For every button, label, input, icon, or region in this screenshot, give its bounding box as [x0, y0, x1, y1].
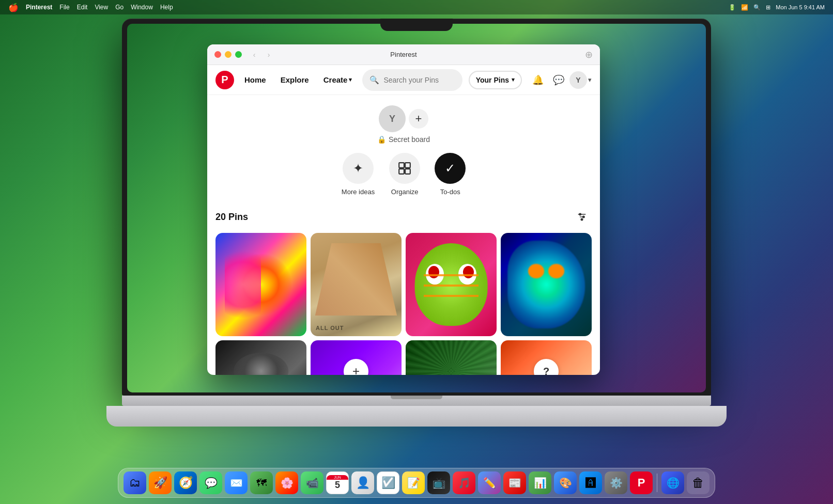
menubar-left: 🍎 Pinterest File Edit View Go Window Hel… [8, 3, 173, 12]
dock-item-mail[interactable]: ✉️ [225, 471, 248, 494]
messages-button[interactable]: 💬 [549, 70, 568, 90]
your-pins-button[interactable]: Your Pins ▾ [469, 71, 522, 89]
todos-label: To-dos [440, 188, 460, 196]
camera-notch [380, 19, 453, 31]
todos-action[interactable]: ✓ To-dos [435, 153, 466, 196]
dock-item-freeform[interactable]: ✏️ [478, 471, 501, 494]
board-name-text: Secret board [389, 135, 430, 144]
dock-item-news[interactable]: 📰 [503, 471, 526, 494]
nav-create-button[interactable]: Create ▾ [319, 72, 357, 87]
dock-item-systemprefs[interactable]: ⚙️ [605, 471, 627, 494]
organize-action[interactable]: Organize [389, 153, 420, 196]
board-user-avatar[interactable]: Y [379, 105, 406, 132]
dock-item-finder[interactable]: 🗂 [124, 471, 146, 494]
dock-item-appstore[interactable]: 🅰 [579, 471, 602, 494]
pin-item-4[interactable] [501, 233, 592, 336]
screen-bezel: ‹ › Pinterest ⊕ P Home Explore Create [122, 19, 711, 396]
app-name-menu[interactable]: Pinterest [26, 4, 52, 11]
search-icon: 🔍 [369, 75, 379, 85]
more-ideas-label: More ideas [342, 188, 375, 196]
help-menu[interactable]: Help [160, 4, 173, 11]
dock-item-reminders[interactable]: ☑️ [377, 471, 399, 494]
window-content: Y + 🔒 Secret board ✦ [207, 95, 600, 375]
dock-item-safari[interactable]: 🧭 [174, 471, 197, 494]
traffic-lights [214, 51, 242, 58]
nav-explore-link[interactable]: Explore [276, 72, 313, 87]
user-menu-button[interactable]: ▾ [588, 76, 592, 84]
svg-rect-1 [405, 163, 410, 168]
question-mark-button[interactable]: ? [534, 359, 559, 375]
more-ideas-circle: ✦ [343, 153, 374, 184]
trackpad-notch [391, 396, 442, 399]
laptop-chin [122, 396, 711, 406]
laptop-container: ‹ › Pinterest ⊕ P Home Explore Create [122, 19, 711, 427]
dock-item-messages[interactable]: 💬 [199, 471, 222, 494]
more-ideas-action[interactable]: ✦ More ideas [342, 153, 375, 196]
dock-item-tv[interactable]: 📺 [427, 471, 450, 494]
pins-header: 20 Pins [215, 207, 592, 227]
pin-item-8[interactable]: ? [501, 340, 592, 375]
svg-point-7 [579, 213, 581, 215]
pin-item-1[interactable] [215, 233, 306, 336]
dock-divider [657, 474, 657, 492]
dock-item-photos[interactable]: 🌸 [275, 471, 298, 494]
dock-item-launchpad[interactable]: 🚀 [149, 471, 172, 494]
pin-item-7[interactable] [406, 340, 497, 375]
minimize-button[interactable] [225, 51, 232, 58]
back-button[interactable]: ‹ [248, 49, 260, 61]
close-button[interactable] [214, 51, 221, 58]
view-menu[interactable]: View [95, 4, 108, 11]
laptop-base [106, 406, 727, 427]
filter-button[interactable] [572, 207, 592, 227]
dock-item-music[interactable]: 🎵 [453, 471, 475, 494]
todos-circle: ✓ [435, 153, 466, 184]
dock-item-pinterest[interactable]: P [630, 471, 653, 494]
file-menu[interactable]: File [59, 4, 69, 11]
apple-menu[interactable]: 🍎 [8, 3, 19, 12]
your-pins-chevron-icon: ▾ [512, 76, 515, 83]
dock-item-contacts[interactable]: 👤 [351, 471, 374, 494]
app-window: ‹ › Pinterest ⊕ P Home Explore Create [207, 44, 600, 375]
dock-item-trash[interactable]: 🗑 [687, 471, 709, 494]
svg-rect-0 [399, 163, 404, 168]
go-menu[interactable]: Go [115, 4, 124, 11]
board-add-button[interactable]: + [409, 109, 428, 129]
pin-item-2[interactable]: ALL OUT [311, 233, 402, 336]
window-nav-back: ‹ › [248, 49, 275, 61]
forward-button[interactable]: › [263, 49, 275, 61]
edit-menu[interactable]: Edit [77, 4, 88, 11]
dock-item-calendar[interactable]: JUN 5 [326, 471, 349, 494]
board-header: Y + 🔒 Secret board [207, 95, 600, 148]
maximize-button[interactable] [235, 51, 242, 58]
svg-point-8 [583, 216, 584, 217]
user-avatar[interactable]: Y [569, 71, 587, 89]
desktop: 🍎 Pinterest File Edit View Go Window Hel… [0, 0, 833, 504]
wifi-icon: 📶 [741, 4, 748, 11]
window-extra-button[interactable]: ⊕ [585, 49, 593, 60]
window-title: Pinterest [390, 51, 416, 58]
notifications-button[interactable]: 🔔 [528, 70, 548, 90]
pinterest-logo[interactable]: P [215, 71, 234, 89]
pin-item-6[interactable]: + [311, 340, 402, 375]
window-menu[interactable]: Window [131, 4, 153, 11]
action-buttons-row: ✦ More ideas [207, 148, 600, 204]
dock-item-notes[interactable]: 📝 [402, 471, 425, 494]
nav-home-link[interactable]: Home [240, 72, 270, 87]
dock-item-numbers[interactable]: 📊 [529, 471, 551, 494]
dock-item-focus[interactable]: 🌐 [661, 471, 684, 494]
dock-item-maps[interactable]: 🗺 [250, 471, 273, 494]
spotlight-icon[interactable]: 🔍 [753, 4, 761, 11]
search-bar[interactable]: 🔍 [362, 69, 462, 91]
screen-content: ‹ › Pinterest ⊕ P Home Explore Create [127, 24, 706, 392]
dock-item-keynote[interactable]: 🎨 [554, 471, 577, 494]
pin-item-3[interactable] [406, 233, 497, 336]
dock-item-facetime[interactable]: 📹 [301, 471, 323, 494]
pins-count: 20 Pins [215, 212, 248, 223]
add-pin-button[interactable]: + [344, 359, 368, 375]
pin-item-5[interactable] [215, 340, 306, 375]
svg-rect-2 [399, 169, 404, 174]
search-input[interactable] [383, 76, 455, 84]
control-center-icon[interactable]: ⊞ [766, 4, 770, 11]
organize-label: Organize [391, 188, 419, 196]
window-titlebar: ‹ › Pinterest ⊕ [207, 44, 600, 65]
